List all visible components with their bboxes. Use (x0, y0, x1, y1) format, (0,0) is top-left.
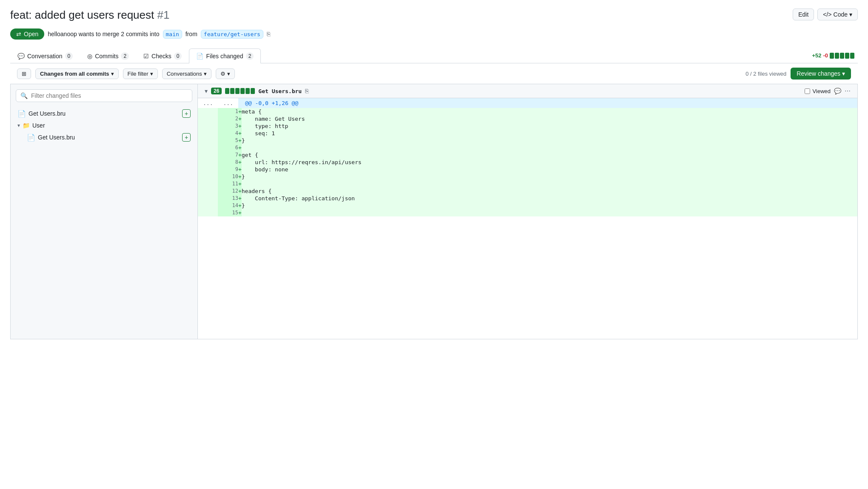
line-content: } (242, 137, 857, 144)
diff-line-row: 12 + headers { (198, 188, 857, 195)
diff-line-row: 5 + } (198, 137, 857, 144)
folder-row[interactable]: ▾ 📁 User (16, 120, 192, 131)
file-filter-button[interactable]: File filter ▾ (123, 68, 158, 79)
line-sign: + (238, 108, 242, 115)
file-icon: 📄 (17, 110, 26, 118)
line-content: name: Get Users (242, 115, 857, 122)
file-list: 📄 Get Users.bru + ▾ 📁 User 📄 Get Users.b… (16, 107, 192, 144)
status-badge: ⇄ Open (10, 28, 44, 40)
line-content: get { (242, 151, 857, 159)
line-num-new: 8 (218, 159, 238, 166)
line-num-new: 10 (218, 173, 238, 180)
line-num-new: 6 (218, 144, 238, 151)
tab-conversation-count: 0 (65, 52, 73, 60)
more-options-icon[interactable]: ⋯ (845, 88, 851, 94)
line-num-new: 11 (218, 180, 238, 188)
line-num-new: 5 (218, 137, 238, 144)
conversations-button[interactable]: Conversations ▾ (162, 68, 211, 79)
diff-line-row: 3 + type: http (198, 122, 857, 130)
code-label: Code (834, 11, 848, 18)
line-num-new: 12 (218, 188, 238, 195)
list-item[interactable]: 📄 Get Users.bru + (25, 131, 192, 144)
diff-line-row: 10 + } (198, 173, 857, 180)
line-content: body: none (242, 166, 857, 173)
tab-files-changed-count: 2 (246, 52, 254, 60)
line-content (242, 209, 857, 216)
comment-icon[interactable]: 💬 (834, 88, 841, 94)
merge-icon: ⇄ (16, 31, 21, 37)
diff-bar-h3 (235, 88, 240, 94)
pr-title-text: feat: added get users request (10, 9, 154, 21)
tab-conversation[interactable]: 💬 Conversation 0 (10, 48, 80, 63)
line-num-old (198, 159, 218, 166)
diff-bar-h6 (251, 88, 255, 94)
files-viewed-count: 0 / 2 files viewed (745, 71, 786, 77)
line-num-old (198, 122, 218, 130)
diff-line-row: 14 + } (198, 202, 857, 209)
folder-name: User (32, 122, 45, 129)
copy-branch-icon[interactable]: ⎘ (267, 31, 270, 37)
tab-commits[interactable]: ◎ Commits 2 (80, 48, 136, 63)
split-icon: ⊞ (22, 71, 26, 77)
collapse-icon[interactable]: ▾ (205, 88, 208, 94)
diff-bar-h1 (225, 88, 229, 94)
chevron-down-icon-settings: ▾ (227, 71, 230, 77)
code-button[interactable]: </> Code ▾ (817, 9, 858, 20)
line-num-old (198, 209, 218, 216)
review-changes-button[interactable]: Review changes ▾ (791, 68, 851, 80)
add-file-button-nested[interactable]: + (182, 133, 191, 142)
tab-files-changed[interactable]: 📄 Files changed 2 (189, 48, 261, 63)
diff-bar-h4 (240, 88, 245, 94)
changes-from-label: Changes from all commits (40, 71, 109, 77)
viewed-label: Viewed (813, 88, 831, 94)
pr-header: feat: added get users request #1 Edit </… (10, 9, 858, 22)
stat-bar-1 (830, 53, 834, 59)
copy-filename-icon[interactable]: ⎘ (305, 88, 308, 94)
line-content: type: http (242, 122, 857, 130)
line-content: Content-Type: application/json (242, 195, 857, 202)
line-sign: + (238, 137, 242, 144)
filter-input[interactable] (31, 92, 188, 99)
line-sign: + (238, 130, 242, 137)
diff-toolbar: ⊞ Changes from all commits ▾ File filter… (10, 63, 858, 84)
diff-line-row: 15 + (198, 209, 857, 216)
settings-button[interactable]: ⚙ ▾ (216, 68, 235, 79)
line-num-old (198, 108, 218, 115)
line-num-new: 13 (218, 195, 238, 202)
diff-line-row: 13 + Content-Type: application/json (198, 195, 857, 202)
line-content: } (242, 173, 857, 180)
split-view-button[interactable]: ⊞ (17, 68, 31, 79)
changes-from-button[interactable]: Changes from all commits ▾ (35, 68, 119, 79)
tab-checks[interactable]: ☑ Checks 0 (136, 48, 189, 63)
line-num-old (198, 144, 218, 151)
stat-bar-3 (840, 53, 844, 59)
from-label: from (186, 31, 197, 37)
line-content (242, 180, 857, 188)
diff-line-count: 26 (211, 88, 222, 94)
line-num-new: 2 (218, 115, 238, 122)
line-num-new: 1 (218, 108, 238, 115)
pr-title: feat: added get users request #1 (10, 9, 169, 22)
viewed-input[interactable] (805, 88, 810, 94)
tab-conversation-label: Conversation (27, 53, 63, 60)
head-branch: feature/get-users (201, 30, 263, 39)
diff-stats: +52 -0 (812, 52, 858, 59)
line-content: url: https://reqres.in/api/users (242, 159, 857, 166)
diff-layout: 🔍 📄 Get Users.bru + ▾ 📁 User 📄 Get Users… (10, 84, 858, 339)
add-file-button[interactable]: + (182, 109, 191, 118)
line-num-old (198, 180, 218, 188)
commits-icon: ◎ (87, 53, 92, 60)
status-label: Open (24, 31, 38, 37)
conversation-icon: 💬 (17, 53, 25, 60)
line-num-old (198, 130, 218, 137)
line-num-new: 15 (218, 209, 238, 216)
diff-line-row: 8 + url: https://reqres.in/api/users (198, 159, 857, 166)
diff-line-row: 2 + name: Get Users (198, 115, 857, 122)
line-num-old (198, 188, 218, 195)
line-num-new: 7 (218, 151, 238, 159)
line-num-old (198, 173, 218, 180)
edit-button[interactable]: Edit (793, 9, 814, 20)
list-item[interactable]: 📄 Get Users.bru + (16, 107, 192, 120)
chevron-down-icon: ▾ (17, 122, 20, 128)
viewed-checkbox[interactable]: Viewed (805, 88, 831, 94)
